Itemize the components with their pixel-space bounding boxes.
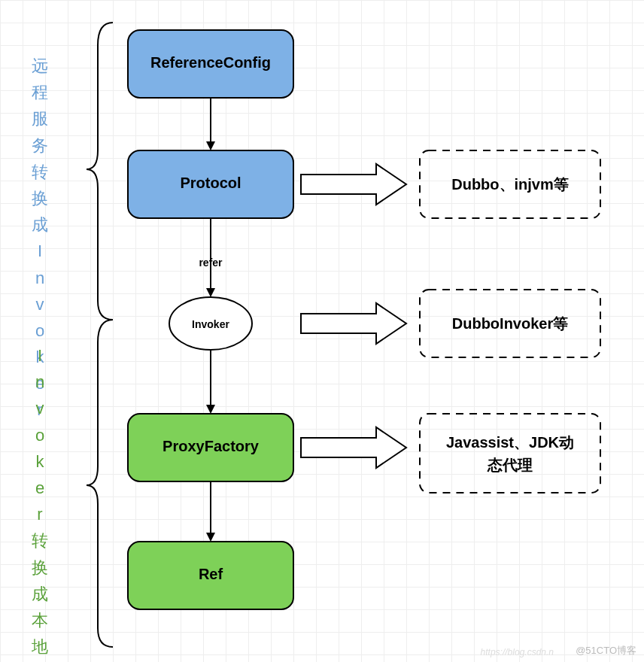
edge-refer-label: refer [199,257,223,269]
hollow-arrow-protocol [301,164,406,205]
node-proxy-factory-label: ProxyFactory [163,438,260,454]
node-reference-config-label: ReferenceConfig [150,54,271,71]
arrowhead-4 [206,533,215,542]
dashed-dubbo-invoker-label: DubboInvoker等 [452,315,568,332]
node-invoker-label: Invoker [192,318,229,330]
node-ref-label: Ref [199,566,223,582]
arrowhead-3 [206,405,215,414]
dashed-dubbo-injvm-label: Dubbo、injvm等 [451,176,569,193]
watermark-51cto: @51CTO博客 [576,644,636,657]
dashed-javassist-jdk-l2: 态代理 [487,457,533,473]
hollow-arrow-proxy [301,427,406,468]
diagram-svg: ReferenceConfig Protocol Invoker ProxyFa… [0,0,644,662]
dashed-javassist-jdk-l1: Javassist、JDK动 [446,434,574,451]
watermark-csdn: https://blog.csdn.n [481,647,554,657]
arrowhead-1 [206,141,215,150]
arrowhead-2 [206,288,215,297]
node-protocol-label: Protocol [180,175,241,191]
dashed-javassist-jdk [420,414,600,493]
hollow-arrow-invoker [301,303,406,344]
brace-upper [87,23,113,320]
brace-lower [87,320,113,647]
label-left-lower: Invoker转换成本地接口代理 [32,342,48,662]
